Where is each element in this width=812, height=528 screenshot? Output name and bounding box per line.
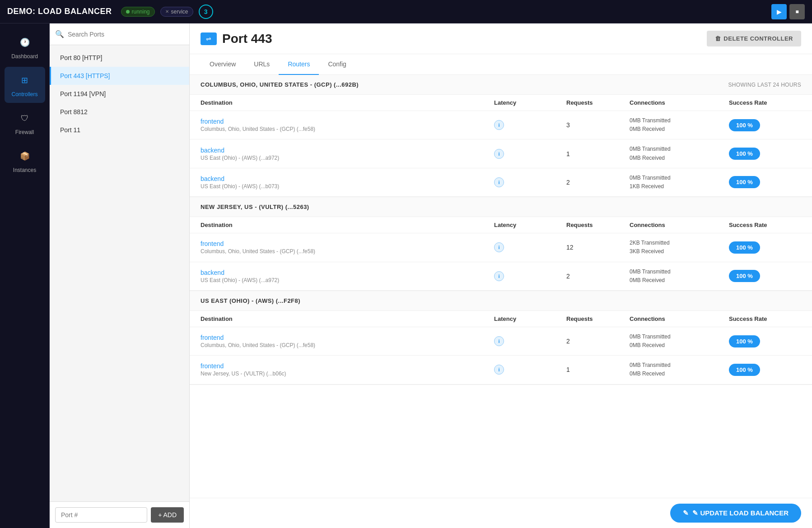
- success-badge: 100 %: [729, 364, 760, 376]
- dest-link[interactable]: frontend: [201, 240, 494, 247]
- section-header-columbus: COLUMBUS, OHIO, UNITED STATES - (GCP) (.…: [190, 75, 812, 95]
- tab-routers[interactable]: Routers: [279, 54, 319, 75]
- destination-cell: backend US East (Ohio) - (AWS) (...a972): [201, 269, 494, 283]
- requests-cell: 2: [566, 273, 630, 280]
- tabs-row: Overview URLs Routers Config: [190, 54, 812, 75]
- update-load-balancer-button[interactable]: ✎ ✎ UPDATE LOAD BALANCER: [670, 504, 801, 523]
- destination-cell: backend US East (Ohio) - (AWS) (...a972): [201, 147, 494, 161]
- latency-cell: i: [494, 120, 566, 130]
- play-button[interactable]: ▶: [771, 4, 787, 19]
- connections-cell: 0MB Transmitted 0MB Received: [630, 116, 729, 134]
- tab-config[interactable]: Config: [319, 54, 355, 75]
- th-latency: Latency: [494, 99, 566, 106]
- app-title: DEMO: LOAD BALANCER: [7, 7, 112, 16]
- success-cell: 100 %: [729, 148, 801, 160]
- search-input[interactable]: [68, 31, 184, 38]
- port-item-443[interactable]: Port 443 [HTTPS]: [50, 67, 189, 85]
- connections-cell: 0MB Transmitted 0MB Received: [630, 145, 729, 162]
- search-bar: 🔍: [50, 23, 189, 45]
- table-row: frontend Columbus, Ohio, United States -…: [190, 327, 812, 356]
- content-area: COLUMBUS, OHIO, UNITED STATES - (GCP) (.…: [190, 75, 812, 498]
- th-requests: Requests: [566, 315, 630, 322]
- tab-overview[interactable]: Overview: [201, 54, 245, 75]
- th-success: Success Rate: [729, 99, 801, 106]
- success-cell: 100 %: [729, 364, 801, 376]
- left-panel-footer: + ADD: [50, 501, 189, 528]
- sidebar-item-label: Instances: [13, 167, 36, 173]
- status-service-badge: service: [160, 7, 193, 17]
- port-icon: [201, 32, 217, 45]
- section-header-useast: US EAST (OHIO) - (AWS) (...F2F8): [190, 291, 812, 311]
- port-item-80[interactable]: Port 80 [HTTP]: [50, 49, 189, 67]
- info-icon[interactable]: i: [494, 120, 504, 130]
- tab-urls[interactable]: URLs: [245, 54, 279, 75]
- success-cell: 100 %: [729, 176, 801, 188]
- dest-link[interactable]: backend: [201, 147, 494, 154]
- destination-cell: frontend Columbus, Ohio, United States -…: [201, 334, 494, 348]
- trash-icon: 🗑: [715, 35, 721, 42]
- port-number-input[interactable]: [55, 507, 147, 523]
- delete-controller-button[interactable]: 🗑 DELETE CONTROLLER: [707, 31, 801, 46]
- latency-cell: i: [494, 365, 566, 375]
- sidebar-item-controllers[interactable]: ⊞ Controllers: [5, 67, 45, 103]
- info-icon[interactable]: i: [494, 271, 504, 281]
- sidebar: 🕐 Dashboard ⊞ Controllers 🛡 Firewall 📦 I…: [0, 23, 50, 528]
- latency-cell: i: [494, 149, 566, 159]
- connections-cell: 0MB Transmitted 1KB Received: [630, 174, 729, 191]
- info-icon[interactable]: i: [494, 365, 504, 375]
- sidebar-item-firewall[interactable]: 🛡 Firewall: [5, 105, 45, 141]
- port-item-8812[interactable]: Port 8812: [50, 103, 189, 121]
- sidebar-item-instances[interactable]: 📦 Instances: [5, 143, 45, 179]
- requests-cell: 2: [566, 338, 630, 345]
- info-icon[interactable]: i: [494, 336, 504, 346]
- dest-sub: Columbus, Ohio, United States - (GCP) (.…: [201, 248, 494, 255]
- port-item-11[interactable]: Port 11: [50, 121, 189, 139]
- dest-sub: US East (Ohio) - (AWS) (...b073): [201, 183, 494, 190]
- dest-link[interactable]: frontend: [201, 118, 494, 125]
- info-icon[interactable]: i: [494, 177, 504, 187]
- dest-sub: US East (Ohio) - (AWS) (...a972): [201, 277, 494, 283]
- section-title-columbus: COLUMBUS, OHIO, UNITED STATES - (GCP) (.…: [201, 81, 359, 88]
- table-row: backend US East (Ohio) - (AWS) (...b073)…: [190, 168, 812, 197]
- port-title-row: Port 443: [201, 32, 272, 46]
- requests-cell: 1: [566, 150, 630, 157]
- sidebar-item-dashboard[interactable]: 🕐 Dashboard: [5, 29, 45, 65]
- requests-cell: 1: [566, 366, 630, 373]
- stop-icon: ■: [795, 9, 798, 15]
- dest-sub: Columbus, Ohio, United States - (GCP) (.…: [201, 342, 494, 348]
- stop-button[interactable]: ■: [789, 4, 805, 19]
- dest-link[interactable]: frontend: [201, 334, 494, 341]
- update-icon: ✎: [683, 509, 689, 517]
- dest-link[interactable]: backend: [201, 175, 494, 182]
- topbar-controls: ▶ ■: [771, 4, 805, 19]
- controllers-icon: ⊞: [17, 72, 33, 88]
- success-cell: 100 %: [729, 241, 801, 254]
- section-title-newjersey: NEW JERSEY, US - (VULTR) (...5263): [201, 204, 309, 210]
- instances-icon: 📦: [17, 148, 33, 164]
- destination-cell: frontend Columbus, Ohio, United States -…: [201, 118, 494, 132]
- success-badge: 100 %: [729, 241, 760, 254]
- section-title-useast: US EAST (OHIO) - (AWS) (...F2F8): [201, 297, 300, 304]
- info-icon[interactable]: i: [494, 242, 504, 252]
- add-port-button[interactable]: + ADD: [151, 507, 184, 523]
- section-time: SHOWING LAST 24 HOURS: [728, 82, 801, 88]
- connections-cell: 0MB Transmitted 0MB Received: [630, 268, 729, 285]
- port-item-1194[interactable]: Port 1194 [VPN]: [50, 85, 189, 103]
- th-latency: Latency: [494, 315, 566, 322]
- badge-number: 3: [199, 5, 213, 19]
- requests-cell: 2: [566, 179, 630, 186]
- sidebar-item-label: Dashboard: [11, 53, 38, 60]
- success-badge: 100 %: [729, 176, 760, 188]
- dashboard-icon: 🕐: [17, 34, 33, 51]
- dest-link[interactable]: backend: [201, 269, 494, 276]
- table-row: frontend Columbus, Ohio, United States -…: [190, 233, 812, 262]
- th-requests: Requests: [566, 222, 630, 228]
- router-section-useast: US EAST (OHIO) - (AWS) (...F2F8) Destina…: [190, 291, 812, 385]
- latency-cell: i: [494, 271, 566, 281]
- connections-cell: 0MB Transmitted 0MB Received: [630, 333, 729, 350]
- dest-link[interactable]: frontend: [201, 362, 494, 370]
- th-destination: Destination: [201, 222, 494, 228]
- update-label: ✎ UPDATE LOAD BALANCER: [692, 509, 789, 517]
- info-icon[interactable]: i: [494, 149, 504, 159]
- th-connections: Connections: [630, 315, 729, 322]
